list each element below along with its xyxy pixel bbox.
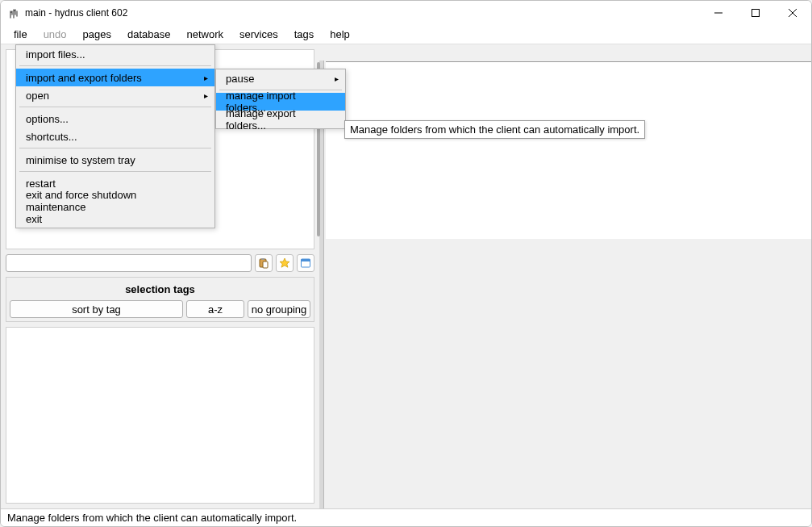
file-menu-dropdown: import files... import and export folder… — [15, 44, 215, 228]
menu-import-export-folders[interactable]: import and export folders ▸ — [16, 69, 214, 86]
menu-exit-force-shutdown[interactable]: exit and force shutdown maintenance — [16, 192, 214, 210]
right-pane — [319, 44, 811, 508]
menubar: file undo pages database network service… — [1, 25, 811, 44]
svg-rect-5 — [261, 258, 264, 260]
tag-buttons-row: sort by tag a-z no grouping — [10, 300, 310, 318]
svg-rect-1 — [752, 10, 760, 17]
selection-tags-panel: selection tags sort by tag a-z no groupi… — [6, 277, 314, 322]
svg-rect-6 — [263, 261, 268, 268]
separator — [19, 148, 211, 148]
tags-list-area — [6, 327, 314, 504]
maximize-button[interactable] — [737, 1, 774, 25]
close-button[interactable] — [774, 1, 811, 25]
submenu-arrow-icon: ▸ — [204, 73, 208, 82]
svg-marker-7 — [280, 258, 289, 267]
minimize-button[interactable] — [700, 1, 737, 25]
sort-by-tag-button[interactable]: sort by tag — [10, 300, 183, 318]
search-toolbar — [6, 254, 314, 272]
menu-file[interactable]: file — [6, 26, 35, 43]
window-icon[interactable] — [297, 254, 314, 272]
main-window: main - hydrus client 602 file undo pages… — [0, 0, 812, 527]
titlebar: main - hydrus client 602 — [1, 1, 811, 25]
separator — [19, 107, 211, 107]
menu-shortcuts[interactable]: shortcuts... — [16, 128, 214, 145]
svg-rect-9 — [302, 259, 310, 261]
menu-options[interactable]: options... — [16, 110, 214, 128]
selection-tags-label: selection tags — [10, 281, 310, 300]
paste-icon[interactable] — [255, 254, 273, 272]
menu-tags[interactable]: tags — [286, 26, 323, 43]
menu-services[interactable]: services — [231, 26, 286, 43]
import-export-submenu: pause ▸ manage import folders... manage … — [215, 69, 346, 129]
menu-help[interactable]: help — [322, 26, 358, 43]
menu-import-files[interactable]: import files... — [16, 45, 214, 63]
app-icon — [7, 6, 20, 19]
submenu-manage-export-folders[interactable]: manage export folders... — [216, 111, 345, 128]
submenu-pause[interactable]: pause ▸ — [216, 69, 345, 87]
tooltip: Manage folders from which the client can… — [344, 120, 645, 139]
submenu-arrow-icon: ▸ — [204, 91, 208, 100]
grouping-button[interactable]: no grouping — [248, 300, 310, 318]
window-controls — [700, 1, 811, 25]
menu-network[interactable]: network — [178, 26, 231, 43]
menu-database[interactable]: database — [119, 26, 179, 43]
preview-area — [326, 61, 811, 239]
menu-exit[interactable]: exit — [16, 210, 214, 228]
menu-open[interactable]: open ▸ — [16, 86, 214, 104]
separator — [19, 171, 211, 172]
submenu-arrow-icon: ▸ — [335, 74, 339, 83]
star-icon[interactable] — [276, 254, 294, 272]
menu-pages[interactable]: pages — [75, 26, 119, 43]
search-input[interactable] — [6, 254, 252, 272]
sort-az-button[interactable]: a-z — [186, 300, 244, 318]
content-area: selection tags sort by tag a-z no groupi… — [1, 44, 811, 508]
menu-undo[interactable]: undo — [35, 26, 75, 43]
window-title: main - hydrus client 602 — [25, 7, 700, 19]
menu-minimise-tray[interactable]: minimise to system tray — [16, 151, 214, 169]
statusbar: Manage folders from which the client can… — [1, 508, 811, 526]
separator — [19, 65, 211, 66]
